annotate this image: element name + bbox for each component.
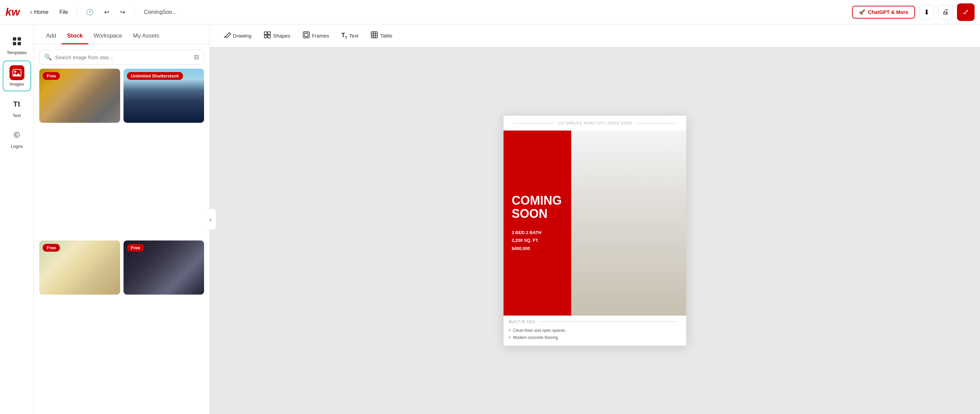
text-tool-label: Text	[349, 33, 359, 38]
sqft: 2,200 SQ. FT.	[512, 236, 563, 244]
price: $400,000	[512, 244, 563, 252]
sidebar-item-logos[interactable]: © Logos	[3, 124, 31, 153]
image-card-4[interactable]: Free	[124, 241, 204, 295]
table-label: Table	[380, 33, 392, 38]
image-card-3[interactable]: Free	[39, 241, 120, 295]
design-left-col: COMING SOON 3 BED 2 BATH 2,200 SQ. FT. $…	[504, 130, 571, 316]
chatgpt-label: ChatGPT & More	[868, 9, 908, 15]
tab-stock[interactable]: Stock	[62, 30, 88, 44]
svg-point-5	[14, 71, 16, 73]
address-line-left	[513, 123, 554, 124]
search-icon: 🔍	[45, 54, 52, 61]
chatgpt-icon: 🚀	[859, 9, 865, 15]
image-grid: Free Unlimited Shutterstock ◀ Free	[34, 69, 210, 414]
svg-rect-37	[605, 298, 617, 300]
svg-rect-3	[18, 42, 21, 45]
design-card[interactable]: 123 SPRUCE ROAD CITY, STATE 12345 COMING…	[504, 116, 686, 346]
svg-point-30	[634, 144, 650, 161]
document-title: ComingSoo...	[144, 9, 177, 15]
print-button[interactable]: 🖨	[938, 5, 953, 20]
svg-rect-9	[264, 35, 267, 38]
nav-divider-2	[134, 7, 134, 17]
svg-rect-11	[303, 32, 309, 38]
nav-divider-1	[77, 7, 77, 17]
svg-rect-32	[669, 200, 686, 226]
built-year-line	[539, 321, 677, 322]
logos-label: Logos	[11, 144, 23, 149]
svg-rect-24	[571, 260, 686, 316]
built-year: BUILT IN 2015	[509, 320, 681, 324]
image-card-2[interactable]: Unlimited Shutterstock ◀	[124, 69, 204, 123]
undo-icon: ↩	[104, 8, 109, 16]
shapes-label: Shapes	[273, 33, 290, 38]
templates-label: Templates	[7, 50, 27, 55]
sidebar-item-text[interactable]: Tt Text	[3, 93, 31, 122]
badge-unlimited: Unlimited Shutterstock	[127, 72, 183, 80]
drawing-tool-button[interactable]: Drawing	[218, 29, 257, 43]
frames-tool-button[interactable]: Frames	[297, 29, 335, 43]
download-button[interactable]: ⬇	[919, 5, 934, 20]
filter-icon[interactable]: ⊟	[194, 54, 199, 61]
frames-icon	[302, 31, 310, 40]
text-tool-icon: TT	[342, 32, 347, 40]
share-button[interactable]: ⤢	[957, 3, 975, 21]
canvas-content: 123 SPRUCE ROAD CITY, STATE 12345 COMING…	[210, 48, 980, 414]
share-icon: ⤢	[963, 8, 969, 17]
tab-my-assets[interactable]: My Assets	[127, 30, 164, 44]
svg-rect-13	[371, 32, 377, 38]
feature-2: Modern concrete flooring	[509, 334, 681, 342]
table-icon	[371, 31, 378, 40]
tab-add[interactable]: Add	[41, 30, 62, 44]
features-list: Clean lines and open spaces Modern concr…	[509, 327, 681, 342]
svg-rect-12	[305, 33, 308, 36]
panel-collapse-button[interactable]: ‹	[205, 208, 216, 230]
home-button[interactable]: ‹ Home	[27, 6, 52, 17]
tab-workspace[interactable]: Workspace	[88, 30, 128, 44]
svg-point-28	[590, 148, 606, 166]
search-bar: 🔍 ⊟	[39, 50, 204, 65]
text-icon: Tt	[10, 97, 24, 112]
built-year-text: BUILT IN 2015	[509, 320, 535, 324]
address-line-right	[636, 123, 677, 124]
panel-tabs: Add Stock Workspace My Assets	[34, 24, 210, 44]
main-layout: Templates Images Tt Text © Logos Add	[0, 24, 980, 414]
canvas-area: Drawing Shapes	[210, 24, 980, 414]
svg-rect-39	[589, 247, 624, 256]
beds-baths: 3 BED 2 BATH	[512, 228, 563, 236]
coming-soon-headline: COMING SOON	[512, 194, 563, 220]
design-right-col	[571, 130, 686, 316]
image-card-1[interactable]: Free	[39, 69, 120, 123]
chatgpt-button[interactable]: 🚀 ChatGPT & More	[852, 6, 915, 19]
file-label: File	[59, 9, 68, 15]
svg-rect-25	[571, 263, 624, 314]
history-icon: 🕐	[86, 8, 94, 16]
sidebar-item-images[interactable]: Images	[3, 60, 31, 91]
history-button[interactable]: 🕐	[83, 6, 97, 18]
svg-rect-40	[620, 199, 664, 252]
shapes-tool-button[interactable]: Shapes	[258, 29, 296, 43]
svg-line-6	[224, 37, 225, 38]
svg-rect-2	[13, 42, 16, 45]
svg-rect-33	[669, 227, 686, 253]
svg-rect-23	[571, 254, 686, 261]
images-icon	[10, 65, 24, 80]
table-tool-button[interactable]: Table	[365, 29, 398, 43]
search-input[interactable]	[55, 54, 191, 60]
text-label: Text	[13, 113, 21, 118]
sidebar-item-templates[interactable]: Templates	[3, 30, 31, 59]
home-label: Home	[34, 9, 49, 15]
templates-icon	[10, 34, 24, 49]
svg-rect-8	[268, 32, 270, 35]
shapes-icon	[264, 31, 271, 40]
svg-rect-1	[18, 37, 21, 41]
svg-rect-31	[668, 199, 686, 254]
svg-rect-21	[633, 146, 686, 195]
undo-button[interactable]: ↩	[101, 6, 113, 18]
svg-rect-38	[631, 298, 644, 300]
text-tool-button[interactable]: TT Text	[336, 29, 364, 42]
svg-rect-7	[264, 32, 267, 35]
sidebar-icons: Templates Images Tt Text © Logos	[0, 24, 34, 414]
design-bottom: BUILT IN 2015 Clean lines and open space…	[504, 316, 686, 346]
file-button[interactable]: File	[56, 7, 72, 17]
redo-button[interactable]: ↪	[117, 6, 129, 18]
